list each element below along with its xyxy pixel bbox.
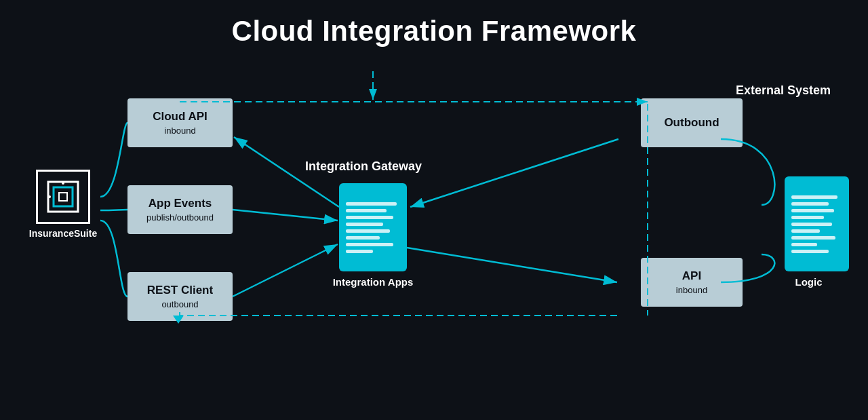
app-events-subtitle: publish/outbound: [146, 212, 214, 223]
rest-client-title: REST Client: [147, 284, 213, 297]
cloud-api-title: Cloud API: [153, 110, 208, 123]
integration-apps-label: Integration Apps: [332, 276, 414, 288]
svg-point-4: [62, 182, 64, 185]
rest-client-node: REST Client outbound: [127, 272, 233, 321]
integration-gateway-label: Integration Gateway: [305, 159, 422, 174]
logic-label: Logic: [776, 276, 841, 288]
svg-line-12: [407, 248, 617, 282]
insurance-suite: InsuranceSuite: [26, 170, 100, 239]
outbound-title: Outbound: [664, 116, 719, 130]
external-system-label: External System: [736, 83, 831, 98]
logic-icon: [785, 176, 849, 271]
app-events-node: App Events publish/outbound: [127, 185, 233, 234]
insurance-suite-label: InsuranceSuite: [29, 228, 97, 239]
app-events-title: App Events: [149, 197, 212, 210]
diagram-area: InsuranceSuite Cloud API inbound App Eve…: [0, 64, 868, 420]
outbound-node: Outbound: [641, 98, 743, 147]
api-title: API: [682, 269, 701, 283]
svg-point-3: [48, 195, 51, 198]
page-title: Cloud Integration Framework: [0, 0, 868, 47]
api-subtitle: inbound: [676, 285, 707, 295]
svg-line-13: [410, 139, 618, 207]
integration-apps-icon: [339, 183, 407, 271]
api-node: API inbound: [641, 258, 743, 307]
cloud-api-subtitle: inbound: [164, 126, 195, 136]
svg-rect-1: [54, 187, 73, 206]
cloud-api-node: Cloud API inbound: [127, 98, 233, 147]
rest-client-subtitle: outbound: [161, 299, 198, 309]
insurance-logo: [36, 170, 90, 224]
svg-line-9: [233, 210, 338, 221]
svg-rect-2: [59, 193, 67, 201]
svg-line-10: [233, 244, 338, 297]
